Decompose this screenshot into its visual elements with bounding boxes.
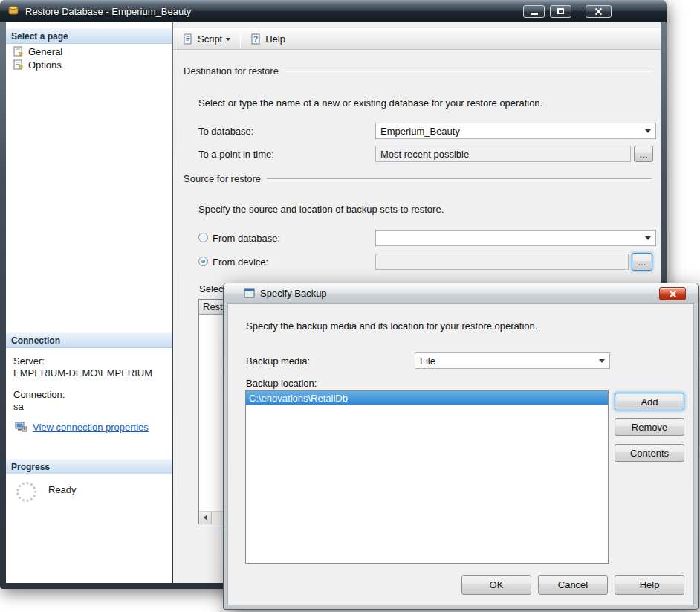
backup-location-listbox[interactable]: C:\enovations\RetailDb	[245, 390, 609, 564]
script-icon	[183, 33, 194, 45]
database-icon	[7, 4, 19, 19]
list-item[interactable]: C:\enovations\RetailDb	[246, 391, 608, 405]
connection-header: Connection	[6, 332, 172, 348]
from-device-label: From device:	[213, 257, 268, 268]
source-group-header: Source for restore	[184, 173, 652, 184]
ok-button[interactable]: OK	[461, 575, 531, 595]
connection-label: Connection:	[13, 389, 65, 400]
help-button-dialog[interactable]: Help	[615, 575, 684, 595]
source-group-title: Source for restore	[184, 173, 261, 184]
from-device-field[interactable]	[375, 254, 629, 270]
grid-column-header-label: Rest	[203, 301, 223, 312]
point-in-time-label: To a point in time:	[198, 149, 274, 160]
cancel-button-label: Cancel	[558, 579, 588, 590]
backup-location-label: Backup location:	[246, 378, 317, 389]
progress-status: Ready	[48, 484, 77, 495]
toolbar-separator	[240, 32, 241, 47]
script-dropdown-icon	[226, 38, 230, 41]
connection-value: sa	[13, 401, 24, 412]
remove-button[interactable]: Remove	[615, 418, 684, 436]
browse-ellipsis-label: ...	[638, 257, 646, 268]
dialog-close-button[interactable]	[659, 287, 686, 300]
help-button-label: Help	[640, 579, 660, 590]
browse-ellipsis-label: ...	[640, 149, 648, 160]
destination-group-header: Destination for restore	[184, 65, 652, 77]
select-a-page-header: Select a page	[6, 28, 172, 44]
backup-media-label: Backup media:	[246, 355, 310, 367]
dialog-toolbar: Script ? Help	[173, 28, 661, 50]
scroll-left-icon	[204, 515, 207, 521]
from-database-label: From database:	[213, 233, 280, 244]
from-device-browse-button[interactable]: ...	[632, 253, 652, 271]
backup-media-value: File	[420, 355, 435, 367]
chevron-down-icon	[645, 236, 651, 240]
source-description: Specify the source and location of backu…	[198, 204, 444, 215]
close-icon	[594, 7, 603, 16]
help-button[interactable]: ? Help	[245, 30, 291, 48]
minimize-icon	[531, 13, 538, 15]
window-title: Restore Database - Emperium_Beauty	[25, 6, 191, 17]
minimize-button[interactable]	[523, 5, 545, 18]
dialog-description: Specify the backup media and its locatio…	[246, 321, 537, 332]
from-database-combobox[interactable]	[375, 230, 656, 246]
connection-properties-icon	[15, 421, 27, 433]
add-button[interactable]: Add	[615, 393, 684, 410]
maximize-icon	[557, 8, 564, 14]
options-page-icon	[13, 59, 24, 70]
sidebar-item-label: Options	[28, 59, 62, 71]
add-button-label: Add	[641, 396, 658, 408]
destination-group-title: Destination for restore	[184, 65, 279, 77]
screen: Restore Database - Emperium_Beauty Selec…	[0, 0, 700, 612]
from-device-radio[interactable]	[198, 257, 208, 266]
progress-spinner-icon	[16, 482, 36, 502]
svg-text:?: ?	[253, 35, 258, 43]
to-database-combobox[interactable]: Emperium_Beauty	[375, 123, 656, 139]
destination-description: Select or type the name of a new or exis…	[198, 97, 542, 109]
ok-button-label: OK	[490, 579, 504, 590]
close-button[interactable]	[586, 5, 612, 18]
maximize-button[interactable]	[550, 5, 571, 18]
backup-sets-label: Selec	[199, 283, 224, 294]
specify-backup-titlebar[interactable]: Specify Backup	[224, 283, 698, 303]
point-in-time-browse-button[interactable]: ...	[634, 146, 653, 162]
sidebar: Select a page General Options	[6, 22, 172, 583]
close-icon	[669, 290, 677, 298]
server-value: EMPERIUM-DEMO\EMPERIUM	[13, 367, 152, 379]
script-button-label: Script	[198, 33, 222, 45]
script-button[interactable]: Script	[178, 30, 236, 48]
main-titlebar[interactable]: Restore Database - Emperium_Beauty	[0, 0, 667, 22]
contents-button-label: Contents	[630, 448, 669, 459]
cancel-button[interactable]: Cancel	[538, 575, 608, 595]
chevron-down-icon	[645, 129, 651, 133]
progress-header: Progress	[6, 459, 172, 474]
chevron-down-icon	[599, 359, 605, 363]
dialog-title: Specify Backup	[260, 288, 327, 299]
point-in-time-field[interactable]: Most recent possible	[375, 146, 631, 162]
point-in-time-value: Most recent possible	[380, 149, 469, 160]
sidebar-item-options[interactable]: Options	[13, 59, 62, 71]
backup-location-value: C:\enovations\RetailDb	[249, 393, 348, 404]
sidebar-item-label: General	[28, 46, 62, 57]
view-connection-properties-link[interactable]: View connection properties	[33, 422, 149, 433]
from-database-radio[interactable]	[198, 233, 208, 242]
backup-media-combobox[interactable]: File	[415, 352, 610, 369]
help-button-label: Help	[265, 33, 285, 45]
view-connection-properties[interactable]: View connection properties	[15, 421, 149, 433]
general-page-icon	[13, 46, 24, 57]
remove-button-label: Remove	[632, 422, 667, 433]
help-icon: ?	[250, 33, 262, 45]
sidebar-item-general[interactable]: General	[13, 45, 62, 57]
group-divider	[267, 178, 652, 180]
group-divider	[285, 71, 652, 72]
specify-backup-dialog: Specify Backup Specify the backup media …	[223, 283, 699, 610]
to-database-label: To database:	[198, 126, 253, 137]
contents-button[interactable]: Contents	[615, 444, 684, 462]
scroll-left-button[interactable]	[199, 512, 212, 524]
dialog-icon	[244, 288, 255, 298]
to-database-value: Emperium_Beauty	[380, 126, 460, 137]
window-controls	[523, 5, 659, 18]
server-label: Server:	[13, 355, 45, 367]
